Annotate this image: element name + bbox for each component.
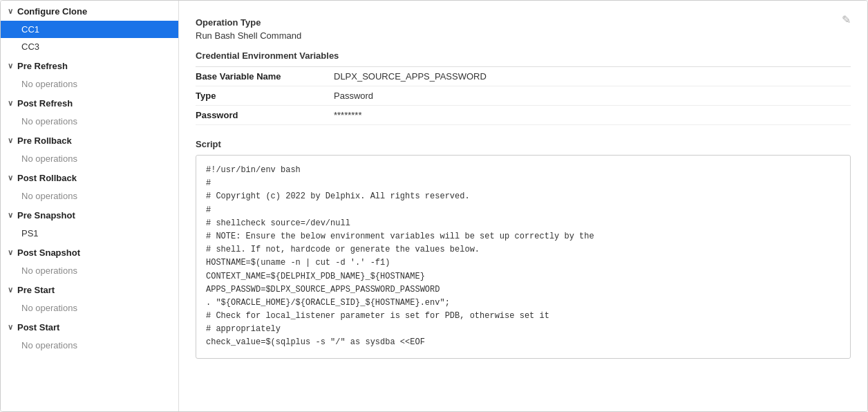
chevron-pre-refresh-icon: ∨ [8, 62, 13, 71]
sidebar-section-pre-rollback[interactable]: ∨ Pre Rollback [1, 130, 178, 150]
sidebar-item-post-rollback-ops: No operations [1, 187, 178, 205]
sidebar: ∨ Configure Clone CC1 CC3 ∨ Pre Refresh … [1, 1, 179, 411]
sidebar-item-ps1[interactable]: PS1 [1, 225, 178, 242]
table-row: Base Variable Name DLPX_SOURCE_APPS_PASS… [196, 67, 851, 86]
credentials-title: Credential Environment Variables [196, 50, 851, 61]
app-container: ∨ Configure Clone CC1 CC3 ∨ Pre Refresh … [0, 0, 868, 412]
chevron-pre-rollback-icon: ∨ [8, 136, 13, 145]
script-section: Script #!/usr/bin/env bash # # Copyright… [196, 139, 851, 359]
script-label: Script [196, 139, 851, 149]
chevron-pre-snapshot-icon: ∨ [8, 211, 13, 220]
sidebar-item-post-start-ops: No operations [1, 337, 178, 354]
sidebar-item-cc3[interactable]: CC3 [1, 38, 178, 55]
sidebar-section-pre-rollback-label: Pre Rollback [17, 135, 72, 146]
sidebar-item-post-snapshot-ops: No operations [1, 262, 178, 279]
sidebar-item-pre-rollback-ops: No operations [1, 150, 178, 167]
cred-key-password: Password [196, 106, 334, 125]
sidebar-item-post-refresh-ops: No operations [1, 113, 178, 130]
cred-value-password: ******** [334, 106, 851, 125]
operation-type-value: Run Bash Shell Command [196, 30, 851, 41]
sidebar-section-post-start-label: Post Start [17, 322, 59, 333]
sidebar-section-pre-start[interactable]: ∨ Pre Start [1, 279, 178, 299]
chevron-pre-start-icon: ∨ [8, 285, 13, 294]
sidebar-section-pre-snapshot-label: Pre Snapshot [17, 210, 75, 221]
cred-value-type: Password [334, 86, 851, 106]
sidebar-section-configure-clone[interactable]: ∨ Configure Clone [1, 1, 178, 21]
table-row: Password ******** [196, 106, 851, 125]
sidebar-section-post-rollback[interactable]: ∨ Post Rollback [1, 167, 178, 187]
table-row: Type Password [196, 86, 851, 106]
sidebar-section-post-refresh-label: Post Refresh [17, 98, 73, 109]
credentials-table: Base Variable Name DLPX_SOURCE_APPS_PASS… [196, 66, 851, 125]
chevron-post-start-icon: ∨ [8, 323, 13, 332]
edit-icon[interactable]: ✎ [842, 13, 851, 26]
sidebar-section-post-snapshot[interactable]: ∨ Post Snapshot [1, 242, 178, 262]
sidebar-section-configure-clone-label: Configure Clone [17, 6, 87, 17]
sidebar-item-pre-refresh-ops: No operations [1, 75, 178, 93]
cred-key-base-variable: Base Variable Name [196, 67, 334, 86]
sidebar-section-pre-snapshot[interactable]: ∨ Pre Snapshot [1, 205, 178, 225]
sidebar-section-pre-start-label: Pre Start [17, 285, 55, 295]
credentials-section: Credential Environment Variables Base Va… [196, 50, 851, 125]
chevron-post-snapshot-icon: ∨ [8, 248, 13, 257]
operation-type-label: Operation Type [196, 17, 851, 28]
cred-value-base-variable: DLPX_SOURCE_APPS_PASSWORD [334, 67, 851, 86]
sidebar-section-pre-refresh-label: Pre Refresh [17, 61, 68, 71]
chevron-post-refresh-icon: ∨ [8, 99, 13, 108]
chevron-post-rollback-icon: ∨ [8, 174, 13, 182]
sidebar-section-post-start[interactable]: ∨ Post Start [1, 317, 178, 337]
sidebar-section-post-refresh[interactable]: ∨ Post Refresh [1, 93, 178, 113]
chevron-configure-clone-icon: ∨ [8, 7, 13, 16]
sidebar-item-pre-start-ops: No operations [1, 299, 178, 317]
sidebar-item-cc1[interactable]: CC1 [1, 21, 178, 38]
sidebar-section-post-snapshot-label: Post Snapshot [17, 247, 80, 258]
main-content: ✎ Operation Type Run Bash Shell Command … [179, 1, 867, 411]
script-content[interactable]: #!/usr/bin/env bash # # Copyright (c) 20… [196, 155, 851, 359]
sidebar-section-post-rollback-label: Post Rollback [17, 173, 77, 183]
sidebar-section-pre-refresh[interactable]: ∨ Pre Refresh [1, 55, 178, 75]
cred-key-type: Type [196, 86, 334, 106]
